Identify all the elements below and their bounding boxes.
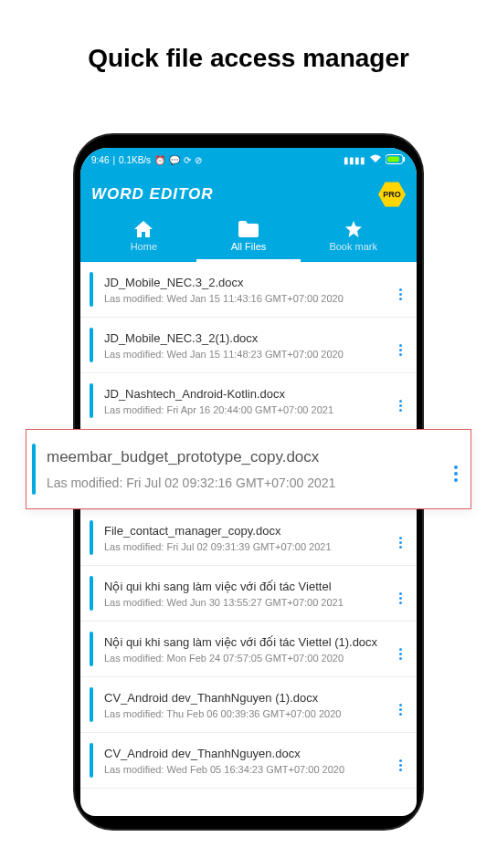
status-bar: 9:46 | 0.1KB/s ⏰ 💬 ⟳ ⊘ ▮▮▮▮ bbox=[80, 148, 417, 172]
file-texts: Nội qui khi sang làm việc với đối tác Vi… bbox=[104, 635, 392, 664]
more-vertical-icon bbox=[399, 537, 402, 549]
file-date: Las modified: Wed Jun 30 13:55:27 GMT+07… bbox=[104, 597, 392, 608]
file-accent-bar bbox=[90, 328, 93, 362]
file-name: Nội qui khi sang làm việc với đối tác Vi… bbox=[104, 580, 392, 593]
chat-icon: 💬 bbox=[169, 155, 180, 165]
file-date: Las modified: Fri Jul 02 09:31:39 GMT+07… bbox=[104, 541, 392, 552]
star-icon bbox=[344, 221, 363, 237]
file-accent-bar bbox=[90, 576, 93, 611]
file-menu-button[interactable] bbox=[392, 631, 409, 667]
file-texts: JD_Mobile_NEC.3_2(1).docx Las modified: … bbox=[104, 331, 392, 360]
file-accent-bar bbox=[90, 743, 93, 778]
file-name: JD_Nashtech_Android-Kotlin.docx bbox=[104, 387, 392, 401]
file-accent-bar bbox=[32, 444, 36, 495]
tab-all-files[interactable]: All Files bbox=[196, 215, 301, 262]
status-sep: | bbox=[112, 155, 115, 165]
file-item[interactable]: JD_Mobile_NEC.3_2(1).docx Las modified: … bbox=[80, 318, 417, 373]
more-vertical-icon bbox=[454, 465, 458, 482]
more-vertical-icon bbox=[399, 400, 402, 412]
file-name: JD_Mobile_NEC.3_2(1).docx bbox=[104, 331, 392, 345]
file-name: JD_Mobile_NEC.3_2.docx bbox=[104, 276, 392, 289]
tab-row: Home All Files Book mark bbox=[91, 215, 406, 262]
file-name: File_contact_manager_copy.docx bbox=[104, 524, 392, 538]
file-date: Las modified: Mon Feb 24 07:57:05 GMT+07… bbox=[104, 653, 392, 664]
svg-rect-1 bbox=[403, 157, 405, 162]
alarm-icon: ⏰ bbox=[154, 155, 165, 165]
file-menu-button[interactable] bbox=[392, 575, 409, 612]
file-menu-button[interactable] bbox=[392, 686, 409, 723]
status-speed: 0.1KB/s bbox=[119, 155, 151, 165]
status-time: 9:46 bbox=[91, 155, 109, 165]
more-vertical-icon bbox=[399, 704, 402, 716]
file-texts: File_contact_manager_copy.docx Las modif… bbox=[104, 524, 392, 552]
app-title: WORD EDITOR bbox=[91, 185, 213, 204]
block-icon: ⊘ bbox=[195, 155, 202, 165]
file-item[interactable]: JD_Nashtech_Android-Kotlin.docx Las modi… bbox=[80, 373, 417, 428]
tab-bookmark[interactable]: Book mark bbox=[301, 215, 406, 262]
file-list: JD_Mobile_NEC.3_2.docx Las modified: Wed… bbox=[80, 262, 417, 789]
more-vertical-icon bbox=[399, 759, 402, 771]
more-vertical-icon bbox=[399, 592, 402, 604]
file-date: Las modified: Wed Jan 15 11:43:16 GMT+07… bbox=[104, 293, 392, 304]
file-item[interactable]: CV_Android dev_ThanhNguyen (1).docx Las … bbox=[80, 677, 417, 733]
wifi-icon bbox=[369, 154, 382, 165]
file-accent-bar bbox=[90, 632, 93, 666]
more-vertical-icon bbox=[399, 648, 402, 660]
app-title-row: WORD EDITOR PRO bbox=[91, 177, 406, 215]
file-texts: JD_Mobile_NEC.3_2.docx Las modified: Wed… bbox=[104, 276, 392, 304]
file-accent-bar bbox=[90, 520, 93, 555]
file-texts: CV_Android dev_ThanhNguyen (1).docx Las … bbox=[104, 691, 392, 719]
file-date: Las modified: Fri Jul 02 09:32:16 GMT+07… bbox=[47, 476, 447, 490]
file-menu-button[interactable] bbox=[392, 382, 409, 419]
sync-icon: ⟳ bbox=[184, 155, 191, 165]
file-name: Nội qui khi sang làm việc với đối tác Vi… bbox=[104, 635, 392, 649]
pro-badge[interactable]: PRO bbox=[378, 181, 406, 208]
file-menu-button[interactable] bbox=[392, 742, 409, 779]
file-texts: JD_Nashtech_Android-Kotlin.docx Las modi… bbox=[104, 387, 392, 415]
tab-label: Book mark bbox=[329, 241, 377, 252]
folder-icon bbox=[238, 221, 259, 237]
file-item[interactable]: File_contact_manager_copy.docx Las modif… bbox=[80, 510, 417, 566]
more-vertical-icon bbox=[399, 288, 402, 300]
tab-label: All Files bbox=[231, 241, 267, 252]
file-accent-bar bbox=[90, 272, 93, 307]
file-menu-button[interactable] bbox=[392, 327, 409, 363]
file-name: meembar_budget_prototype_copy.docx bbox=[47, 448, 447, 466]
signal-icon: ▮▮▮▮ bbox=[344, 155, 365, 165]
file-item[interactable]: CV_Android dev_ThanhNguyen.docx Las modi… bbox=[80, 733, 417, 789]
tab-label: Home bbox=[131, 241, 157, 252]
home-icon bbox=[134, 221, 153, 237]
file-name: CV_Android dev_ThanhNguyen.docx bbox=[104, 747, 392, 760]
file-menu-button[interactable] bbox=[447, 449, 465, 489]
status-left: 9:46 | 0.1KB/s ⏰ 💬 ⟳ ⊘ bbox=[91, 155, 202, 165]
file-accent-bar bbox=[90, 383, 93, 418]
file-item[interactable]: JD_Mobile_NEC.3_2.docx Las modified: Wed… bbox=[80, 262, 417, 318]
file-date: Las modified: Thu Feb 06 00:39:36 GMT+07… bbox=[104, 708, 392, 719]
tab-home[interactable]: Home bbox=[91, 215, 196, 262]
status-right: ▮▮▮▮ bbox=[344, 154, 406, 166]
battery-icon bbox=[386, 154, 406, 166]
more-vertical-icon bbox=[399, 344, 402, 356]
page-headline: Quick file access manager bbox=[0, 0, 497, 73]
file-item[interactable]: Nội qui khi sang làm việc với đối tác Vi… bbox=[80, 566, 417, 622]
file-menu-button[interactable] bbox=[392, 271, 409, 308]
file-date: Las modified: Fri Apr 16 20:44:00 GMT+07… bbox=[104, 404, 392, 415]
app-header: WORD EDITOR PRO Home All Files Book mark bbox=[80, 172, 417, 262]
file-texts: meembar_budget_prototype_copy.docx Las m… bbox=[47, 448, 447, 490]
file-menu-button[interactable] bbox=[392, 519, 409, 556]
file-texts: CV_Android dev_ThanhNguyen.docx Las modi… bbox=[104, 747, 392, 775]
svg-rect-2 bbox=[387, 156, 399, 162]
file-date: Las modified: Wed Jan 15 11:48:23 GMT+07… bbox=[104, 349, 392, 360]
file-texts: Nội qui khi sang làm việc với đối tác Vi… bbox=[104, 580, 392, 608]
file-name: CV_Android dev_ThanhNguyen (1).docx bbox=[104, 691, 392, 705]
file-date: Las modified: Wed Feb 05 16:34:23 GMT+07… bbox=[104, 764, 392, 775]
highlighted-file-item[interactable]: meembar_budget_prototype_copy.docx Las m… bbox=[26, 429, 471, 509]
file-accent-bar bbox=[90, 687, 93, 722]
file-item[interactable]: Nội qui khi sang làm việc với đối tác Vi… bbox=[80, 622, 417, 677]
